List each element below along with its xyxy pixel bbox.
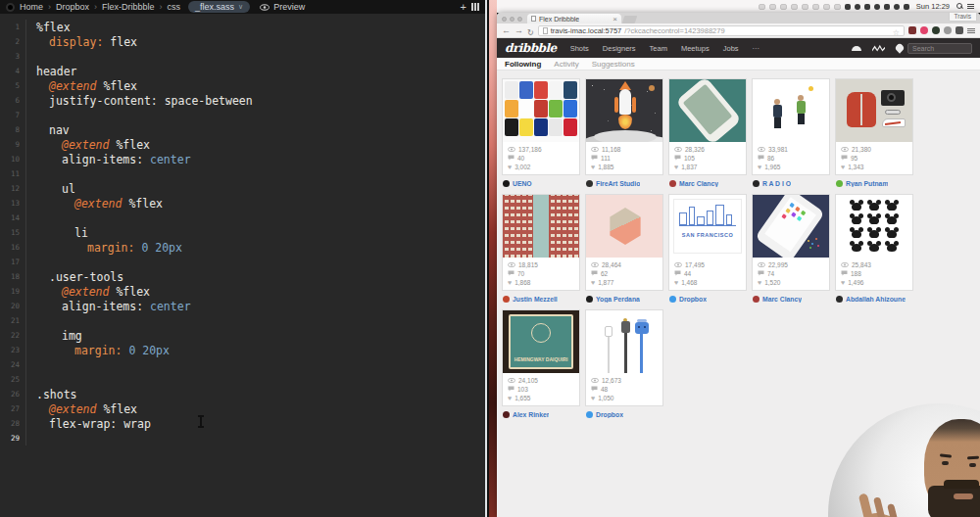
active-file-tab[interactable]: _flex.sass [188, 1, 250, 13]
zoom-window-button[interactable] [517, 17, 522, 22]
browser-tab[interactable]: Flex Dribbble [527, 14, 621, 24]
shot-thumbnail[interactable] [503, 79, 579, 142]
author-name-link[interactable]: Marc Clancy [762, 296, 802, 303]
window-2-icon[interactable] [780, 4, 787, 10]
author-avatar[interactable] [836, 296, 843, 303]
author-name-link[interactable]: Alex Rinker [513, 411, 549, 418]
subnav-activity[interactable]: Activity [554, 60, 578, 69]
window-4-icon[interactable] [802, 4, 808, 10]
author-avatar[interactable] [503, 411, 510, 418]
author-name-link[interactable]: Ryan Putnam [846, 180, 888, 187]
shot-thumbnail[interactable] [586, 79, 662, 142]
author-name-link[interactable]: Abdallah Ahizoune [846, 296, 906, 303]
close-window-button[interactable] [502, 17, 507, 22]
bookmark-star-icon[interactable] [893, 25, 900, 36]
nav-item-[interactable]: ··· [753, 44, 760, 53]
browser-profile-name[interactable]: Travis [949, 13, 977, 22]
author-name-link[interactable]: FireArt Studio [596, 180, 640, 187]
back-button[interactable] [502, 26, 511, 35]
author-avatar[interactable] [586, 180, 593, 187]
shot-thumbnail[interactable] [836, 195, 912, 258]
forward-button[interactable] [514, 26, 523, 35]
shot-thumbnail[interactable] [836, 79, 912, 142]
window-7-icon[interactable] [834, 4, 841, 10]
author-name-link[interactable]: UENO [513, 180, 532, 187]
dropbox-ext-icon[interactable] [908, 26, 916, 34]
subnav-suggestions[interactable]: Suggestions [592, 60, 635, 69]
line-number: 13 [0, 199, 25, 208]
author-avatar[interactable] [836, 180, 843, 187]
author-avatar[interactable] [586, 411, 593, 418]
reload-button[interactable] [527, 22, 534, 39]
author-name-link[interactable]: Yoga Perdana [596, 296, 640, 303]
author-name-link[interactable]: Dropbox [679, 296, 707, 303]
tab-close-icon[interactable] [612, 15, 617, 24]
umbrella-icon[interactable] [852, 46, 861, 51]
shot-thumbnail[interactable] [669, 79, 746, 142]
nav-item-jobs[interactable]: Jobs [723, 44, 739, 53]
shot-thumbnail[interactable]: SAN FRANCISCO [669, 195, 746, 258]
spotlight-search-icon[interactable] [956, 3, 963, 10]
shot-thumbnail[interactable] [753, 195, 829, 258]
camera-ext-icon[interactable] [920, 26, 928, 34]
new-pane-icon[interactable] [461, 1, 466, 13]
screen-icon[interactable] [759, 4, 765, 10]
pause-ext-icon[interactable] [956, 26, 963, 34]
address-bar[interactable]: travis-imac.local:5757 /?ckcachecontrol=… [538, 25, 905, 36]
window-6-icon[interactable] [823, 4, 830, 10]
author-avatar[interactable] [586, 296, 593, 303]
nav-item-shots[interactable]: Shots [570, 44, 589, 53]
bucket-icon[interactable] [894, 42, 905, 53]
dropbox-icon[interactable] [845, 4, 851, 10]
subnav-following[interactable]: Following [505, 60, 541, 69]
author-avatar[interactable] [669, 180, 676, 187]
code-area[interactable]: 1%flex2display: flex34header5@extend %fl… [0, 14, 485, 517]
author-name-link[interactable]: Dropbox [596, 411, 623, 418]
notification-center-icon[interactable] [967, 3, 974, 10]
author-avatar[interactable] [503, 296, 510, 303]
browser-menu-icon[interactable] [967, 27, 975, 34]
breadcrumb-item[interactable]: css [155, 2, 181, 12]
author-avatar[interactable] [503, 180, 510, 187]
minimize-window-button[interactable] [510, 17, 514, 22]
nav-item-meetups[interactable]: Meetups [681, 44, 710, 53]
author-name-link[interactable]: R A D I O [762, 180, 791, 187]
shot-thumbnail[interactable] [753, 79, 829, 142]
window-3-icon[interactable] [791, 4, 798, 10]
window-1-icon[interactable] [769, 4, 776, 10]
volume-icon[interactable] [894, 4, 900, 10]
app-icon[interactable] [6, 3, 15, 12]
likes-icon [508, 279, 512, 286]
nav-item-designers[interactable]: Designers [603, 44, 636, 53]
views-icon [758, 147, 765, 152]
nav-item-team[interactable]: Team [650, 44, 667, 53]
author-avatar[interactable] [753, 180, 760, 187]
power-ext-icon[interactable] [932, 26, 940, 34]
shot-thumbnail[interactable]: HEMINGWAY DAIQUIRI [503, 310, 579, 373]
bluetooth-icon[interactable] [864, 4, 870, 10]
new-tab-button[interactable] [622, 16, 638, 24]
shot-thumbnail[interactable] [586, 310, 662, 373]
window-5-icon[interactable] [812, 4, 819, 10]
author-avatar[interactable] [753, 296, 760, 303]
shot-art-iso-phone [669, 79, 746, 142]
updown-icon[interactable] [884, 4, 890, 10]
preview-button[interactable]: Preview [260, 2, 305, 12]
breadcrumb-item[interactable]: Dropbox [43, 2, 89, 12]
panes-icon[interactable] [471, 3, 479, 11]
dribbble-logo[interactable]: dribbble [505, 41, 557, 55]
shot-stats: 18,815 70 1,868 [503, 258, 579, 290]
shield-icon[interactable] [855, 4, 860, 10]
clock-ext-icon[interactable] [944, 26, 952, 34]
wifi-icon[interactable] [904, 4, 909, 10]
breadcrumb-item[interactable]: Flex-Dribbble [89, 2, 155, 12]
bell-icon[interactable] [874, 4, 880, 10]
shot-thumbnail[interactable] [503, 195, 579, 258]
breadcrumb-item[interactable]: Home [20, 2, 43, 12]
author-name-link[interactable]: Marc Clancy [679, 180, 718, 187]
author-name-link[interactable]: Justin Mezzell [513, 296, 558, 303]
author-avatar[interactable] [669, 296, 676, 303]
shot-thumbnail[interactable] [586, 195, 662, 258]
activity-icon[interactable] [872, 44, 885, 52]
site-search-input[interactable] [907, 43, 972, 54]
